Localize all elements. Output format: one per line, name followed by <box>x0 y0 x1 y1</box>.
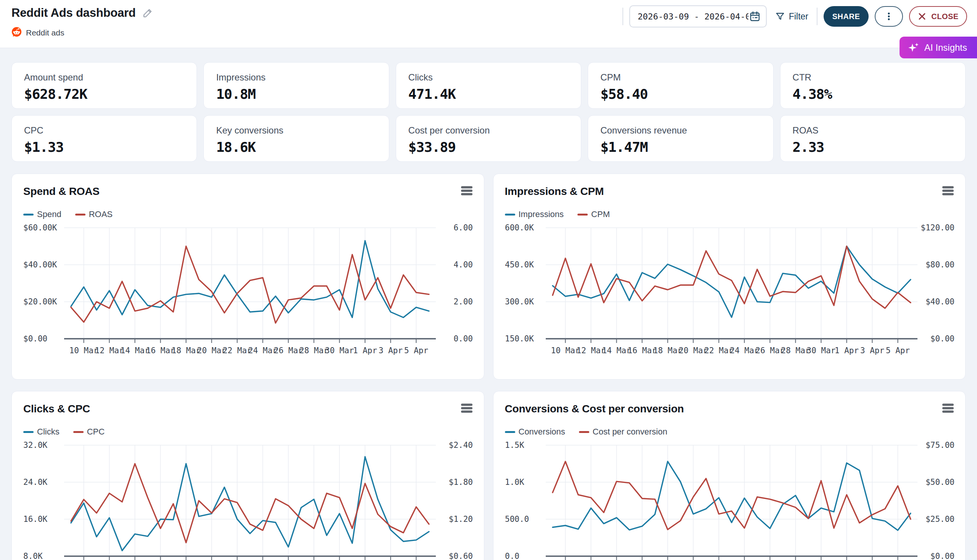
close-button[interactable]: CLOSE <box>909 6 967 27</box>
svg-text:10 Mar: 10 Mar <box>551 346 580 355</box>
svg-text:$1.20: $1.20 <box>449 515 473 524</box>
svg-text:4.00: 4.00 <box>453 260 473 269</box>
svg-text:26 Mar: 26 Mar <box>755 346 784 355</box>
svg-text:24 Mar: 24 Mar <box>249 346 277 355</box>
kpi-value: $58.40 <box>600 86 761 102</box>
svg-text:8.0K: 8.0K <box>23 552 43 560</box>
svg-text:16 Mar: 16 Mar <box>628 346 656 355</box>
svg-text:$75.00: $75.00 <box>925 441 954 450</box>
legend-swatch <box>73 431 84 433</box>
svg-text:150.0K: 150.0K <box>505 334 534 343</box>
svg-text:32.0K: 32.0K <box>23 441 48 450</box>
svg-text:24 Mar: 24 Mar <box>730 346 759 355</box>
legend-item-spend[interactable]: Spend <box>23 210 62 219</box>
filter-button[interactable]: Filter <box>773 12 811 22</box>
svg-text:$2.40: $2.40 <box>449 441 473 450</box>
kpi-card-key-conversions: Key conversions 18.6K <box>204 115 389 162</box>
svg-text:1.0K: 1.0K <box>505 478 524 487</box>
svg-text:$20.00K: $20.00K <box>23 297 57 306</box>
breadcrumb: Reddit ads <box>12 27 64 38</box>
chart-panel-spend-roas: Spend & ROAS Spend ROAS 10 Mar12 Mar14 M… <box>12 173 484 380</box>
chart-menu-icon[interactable] <box>461 185 473 196</box>
charts-grid: Spend & ROAS Spend ROAS 10 Mar12 Mar14 M… <box>12 173 965 560</box>
line-chart-clicks-cpc: 10 Mar12 Mar14 Mar16 Mar18 Mar20 Mar22 M… <box>23 440 473 560</box>
legend-item-clicks[interactable]: Clicks <box>23 427 60 437</box>
svg-text:$80.00: $80.00 <box>925 260 954 269</box>
kpi-value: $1.47M <box>600 139 761 155</box>
kpi-grid: Amount spend $628.72K Impressions 10.8M … <box>12 62 965 162</box>
dashboard-body: Amount spend $628.72K Impressions 10.8M … <box>0 48 977 560</box>
share-button[interactable]: SHARE <box>823 6 868 27</box>
svg-text:5 Apr: 5 Apr <box>404 346 428 355</box>
kpi-label: Key conversions <box>216 125 376 136</box>
kpi-value: 4.38% <box>793 86 953 102</box>
svg-text:600.0K: 600.0K <box>505 223 534 232</box>
kpi-card-clicks: Clicks 471.4K <box>396 62 581 109</box>
chart-title: Conversions & Cost per conversion <box>505 403 684 415</box>
kpi-card-ctr: CTR 4.38% <box>780 62 965 109</box>
kpi-label: Cost per conversion <box>408 125 569 136</box>
svg-text:1.5K: 1.5K <box>505 441 524 450</box>
legend-swatch <box>75 213 85 215</box>
svg-text:2.00: 2.00 <box>453 297 473 306</box>
kpi-value: 2.33 <box>793 139 953 155</box>
legend-item-cpc[interactable]: CPC <box>73 427 105 437</box>
legend-item-conversions[interactable]: Conversions <box>505 427 565 437</box>
svg-text:24.0K: 24.0K <box>23 478 48 487</box>
chart-menu-icon[interactable] <box>461 403 473 413</box>
kpi-value: 10.8M <box>216 86 376 102</box>
chart-menu-icon[interactable] <box>942 403 954 413</box>
legend-swatch <box>505 213 515 215</box>
svg-text:$0.00: $0.00 <box>930 334 954 343</box>
legend-swatch <box>23 431 33 433</box>
svg-text:450.0K: 450.0K <box>505 260 534 269</box>
chart-title: Impressions & CPM <box>505 185 604 198</box>
chart-legend: Impressions CPM <box>505 210 954 219</box>
kpi-value: 18.6K <box>216 139 376 155</box>
svg-text:20 Mar: 20 Mar <box>678 346 708 355</box>
svg-text:$50.00: $50.00 <box>925 478 954 487</box>
chart-title: Spend & ROAS <box>23 185 100 198</box>
date-range-input[interactable]: 2026-03-09 - 2026-04-06 <box>629 5 767 27</box>
svg-text:3 Apr: 3 Apr <box>379 346 402 355</box>
line-chart-spend-roas: 10 Mar12 Mar14 Mar16 Mar18 Mar20 Mar22 M… <box>23 222 473 375</box>
svg-text:16.0K: 16.0K <box>23 515 48 524</box>
svg-text:$40.00K: $40.00K <box>23 260 57 269</box>
svg-text:0.00: 0.00 <box>453 334 473 343</box>
kpi-card-roas: ROAS 2.33 <box>780 115 965 162</box>
kpi-label: ROAS <box>793 125 953 136</box>
chart-title: Clicks & CPC <box>23 403 90 415</box>
svg-text:12 Mar: 12 Mar <box>576 346 605 355</box>
legend-item-cpm[interactable]: CPM <box>578 210 610 219</box>
ai-insights-button[interactable]: AI Insights <box>900 37 977 58</box>
svg-text:16 Mar: 16 Mar <box>146 346 175 355</box>
svg-text:$0.00: $0.00 <box>23 334 47 343</box>
topbar: Reddit Ads dashboard Reddit ads <box>0 0 977 48</box>
legend-item-impressions[interactable]: Impressions <box>505 210 564 219</box>
svg-text:3 Apr: 3 Apr <box>860 346 884 355</box>
chart-menu-icon[interactable] <box>942 185 954 196</box>
svg-text:30 Mar: 30 Mar <box>325 346 354 355</box>
svg-text:14 Mar: 14 Mar <box>120 346 150 355</box>
svg-text:10 Mar: 10 Mar <box>70 346 99 355</box>
svg-text:1 Apr: 1 Apr <box>353 346 377 355</box>
chart-panel-conversions-cost: Conversions & Cost per conversion Conver… <box>493 391 966 560</box>
svg-text:20 Mar: 20 Mar <box>197 346 226 355</box>
legend-item-cost-per-conversion[interactable]: Cost per conversion <box>579 427 668 437</box>
legend-swatch <box>579 431 589 433</box>
kebab-icon <box>884 11 894 22</box>
more-options-button[interactable] <box>875 6 903 27</box>
kpi-card-cpc: CPC $1.33 <box>12 115 197 162</box>
legend-swatch <box>505 431 515 433</box>
breadcrumb-label: Reddit ads <box>26 28 64 37</box>
kpi-card-impressions: Impressions 10.8M <box>204 62 389 109</box>
svg-text:14 Mar: 14 Mar <box>602 346 631 355</box>
svg-text:$120.00: $120.00 <box>920 223 954 232</box>
svg-text:1 Apr: 1 Apr <box>834 346 858 355</box>
legend-item-roas[interactable]: ROAS <box>75 210 113 219</box>
svg-text:18 Mar: 18 Mar <box>653 346 682 355</box>
kpi-label: Amount spend <box>24 72 184 83</box>
edit-title-icon[interactable] <box>142 7 154 19</box>
close-icon <box>917 12 927 21</box>
svg-text:5 Apr: 5 Apr <box>885 346 909 355</box>
